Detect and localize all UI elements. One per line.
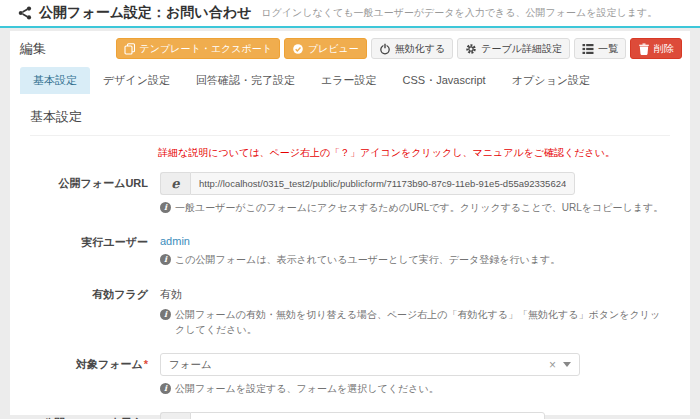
- disable-label: 無効化する: [395, 42, 445, 56]
- info-icon: i: [160, 383, 171, 394]
- tab-basic-settings[interactable]: 基本設定: [20, 67, 90, 94]
- chevron-down-icon: [563, 362, 571, 367]
- page-subtitle: ログインしなくても一般ユーザーがデータを入力できる、公開フォームを設定します。: [261, 6, 657, 20]
- active-flag-help: i 公開フォームの有効・無効を切り替える場合、ページ右上の「有効化する」「無効化…: [160, 307, 670, 337]
- page-header: 公開フォーム設定：お問い合わせ ログインしなくても一般ユーザーがデータを入力でき…: [0, 0, 700, 28]
- share-icon: [18, 6, 32, 20]
- info-icon: i: [160, 202, 171, 213]
- target-form-selected-value: フォーム: [169, 358, 549, 372]
- public-form-url-label: 公開フォームURL: [30, 172, 148, 215]
- info-icon: i: [160, 254, 171, 265]
- tab-error-settings[interactable]: エラー設定: [308, 67, 390, 94]
- settings-tabs: 基本設定 デザイン設定 回答確認・完了設定 エラー設定 CSS・Javascri…: [10, 67, 690, 94]
- template-export-label: テンプレート・エクスポート: [140, 42, 272, 56]
- delete-label: 削除: [654, 42, 674, 56]
- power-icon: [379, 43, 391, 55]
- tab-css-javascript[interactable]: CSS・Javascript: [390, 67, 499, 94]
- public-form-url-row: 公開フォームURL e i 一般ユーザーがこのフォームにアクセスするためのURL…: [30, 172, 670, 215]
- template-export-button[interactable]: テンプレート・エクスポート: [116, 38, 280, 59]
- target-form-row: 対象フォーム* フォーム × i 公開フォームを設定する、フォームを選択してくだ…: [30, 353, 670, 396]
- execute-user-row: 実行ユーザー admin i この公開フォームは、表示されているユーザーとして実…: [30, 231, 670, 267]
- info-icon: i: [160, 309, 171, 320]
- preview-button[interactable]: プレビュー: [284, 38, 367, 59]
- active-flag-label: 有効フラグ: [30, 283, 148, 337]
- display-name-row: 公開フォーム表示名* i 画面に表示する名前を入力してください。: [30, 412, 670, 419]
- public-form-url-help: i 一般ユーザーがこのフォームにアクセスするためのURLです。クリックすることで…: [160, 200, 663, 215]
- execute-user-link[interactable]: admin: [160, 231, 190, 247]
- list-icon: [582, 43, 594, 55]
- clear-selection-icon[interactable]: ×: [549, 358, 556, 372]
- basic-settings-panel: 基本設定 詳細な説明については、ページ右上の「？」アイコンをクリックし、マニュア…: [10, 94, 690, 419]
- execute-user-label: 実行ユーザー: [30, 231, 148, 267]
- required-mark: *: [144, 358, 148, 370]
- tab-confirm-complete-settings[interactable]: 回答確認・完了設定: [183, 67, 308, 94]
- list-button[interactable]: 一覧: [574, 38, 626, 59]
- pencil-icon: [160, 412, 190, 419]
- main-card: 編集 テンプレート・エクスポート プレビュー: [10, 31, 690, 415]
- active-flag-row: 有効フラグ 有効 i 公開フォームの有効・無効を切り替える場合、ページ右上の「有…: [30, 283, 670, 337]
- tab-design-settings[interactable]: デザイン設定: [90, 67, 183, 94]
- display-name-input[interactable]: [190, 412, 545, 419]
- delete-button[interactable]: 削除: [630, 38, 682, 59]
- section-heading: 基本設定: [30, 102, 670, 136]
- active-flag-value: 有効: [160, 283, 670, 302]
- target-form-help: i 公開フォームを設定する、フォームを選択してください。: [160, 381, 580, 396]
- target-form-label: 対象フォーム: [76, 358, 143, 370]
- preview-label: プレビュー: [308, 42, 359, 56]
- public-form-url-input[interactable]: [190, 172, 575, 195]
- manual-notice: 詳細な説明については、ページ右上の「？」アイコンをクリックし、マニュアルをご確認…: [158, 146, 670, 160]
- copy-icon: [124, 43, 136, 55]
- toolbar: 編集 テンプレート・エクスポート プレビュー: [10, 31, 690, 64]
- table-settings-label: テーブル詳細設定: [481, 42, 562, 56]
- execute-user-help: i この公開フォームは、表示されているユーザーとして実行、データ登録を行います。: [160, 252, 560, 267]
- table-settings-button[interactable]: テーブル詳細設定: [457, 38, 570, 59]
- mode-label: 編集: [20, 40, 46, 58]
- target-form-select[interactable]: フォーム ×: [160, 353, 580, 376]
- trash-icon: [638, 43, 650, 55]
- tab-option-settings[interactable]: オプション設定: [499, 67, 603, 94]
- disable-button[interactable]: 無効化する: [371, 38, 453, 59]
- browser-e-icon: e: [160, 172, 190, 195]
- list-label: 一覧: [598, 42, 618, 56]
- gear-icon: [465, 43, 477, 55]
- page-title: 公開フォーム設定：お問い合わせ: [39, 4, 251, 22]
- check-circle-icon: [292, 43, 304, 55]
